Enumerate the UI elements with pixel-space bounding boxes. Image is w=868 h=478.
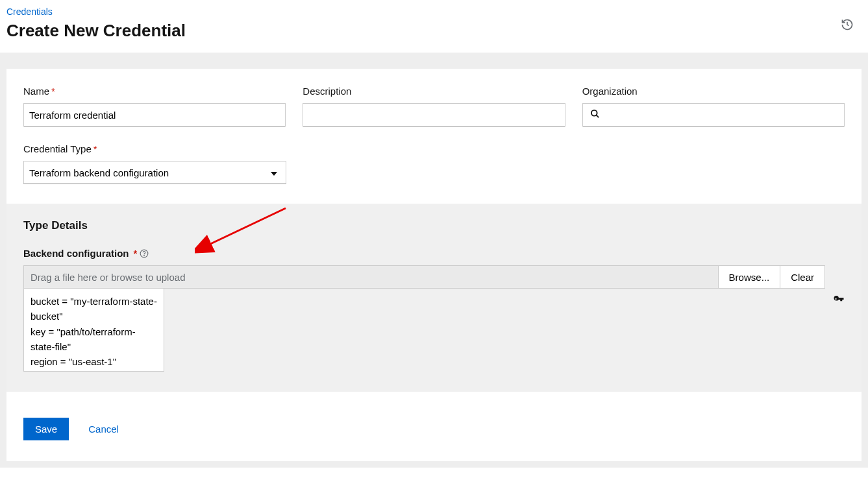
- description-input[interactable]: [303, 103, 565, 126]
- form-body: Name* Description Organization: [0, 53, 868, 468]
- organization-input[interactable]: [582, 103, 845, 126]
- help-icon[interactable]: [140, 249, 149, 258]
- required-star: *: [51, 86, 55, 97]
- search-icon: [590, 109, 600, 121]
- required-star: *: [134, 248, 138, 259]
- name-input[interactable]: [23, 103, 286, 126]
- description-label: Description: [303, 86, 565, 97]
- cancel-button[interactable]: Cancel: [88, 424, 119, 435]
- backend-config-textarea[interactable]: [23, 289, 164, 372]
- required-star: *: [93, 143, 97, 154]
- file-drop-zone[interactable]: Drag a file here or browse to upload: [23, 265, 719, 289]
- clear-button[interactable]: Clear: [780, 265, 825, 289]
- history-icon[interactable]: [841, 18, 854, 33]
- form-actions: Save Cancel: [6, 392, 862, 461]
- type-details-section: Type Details Backend configuration * Dra…: [6, 204, 862, 392]
- key-icon[interactable]: [833, 265, 845, 307]
- type-details-heading: Type Details: [23, 219, 845, 232]
- breadcrumb-credentials[interactable]: Credentials: [6, 6, 862, 17]
- backend-config-label: Backend configuration *: [23, 248, 845, 259]
- page-title: Create New Credential: [6, 21, 862, 41]
- credential-type-label: Credential Type*: [23, 143, 845, 154]
- page-header: Credentials Create New Credential: [0, 0, 868, 53]
- save-button[interactable]: Save: [23, 418, 69, 440]
- svg-line-1: [596, 115, 599, 117]
- organization-label: Organization: [582, 86, 845, 97]
- svg-point-5: [144, 255, 145, 256]
- basic-fields-section: Name* Description Organization: [6, 69, 862, 204]
- credential-type-select[interactable]: [23, 161, 286, 184]
- name-label: Name*: [23, 86, 286, 97]
- form-card: Name* Description Organization: [6, 69, 862, 461]
- svg-point-0: [591, 110, 597, 116]
- browse-button[interactable]: Browse...: [719, 265, 781, 289]
- credential-type-value[interactable]: [23, 161, 286, 184]
